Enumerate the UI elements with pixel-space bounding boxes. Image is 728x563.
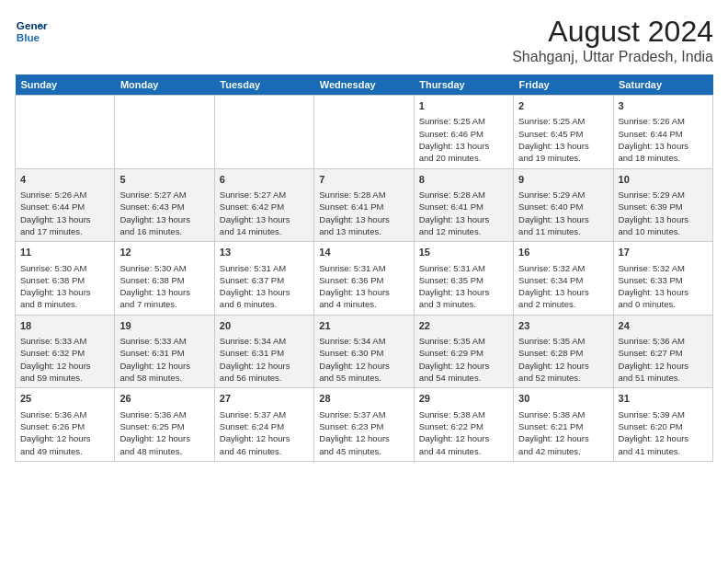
day-number: 29 <box>419 392 508 406</box>
weekday-header: Monday <box>115 75 214 96</box>
calendar-cell: 31Sunrise: 5:39 AM Sunset: 6:20 PM Dayli… <box>613 388 712 462</box>
calendar-cell: 10Sunrise: 5:29 AM Sunset: 6:39 PM Dayli… <box>613 168 712 242</box>
calendar-cell: 4Sunrise: 5:26 AM Sunset: 6:44 PM Daylig… <box>16 168 115 242</box>
page-header: General Blue August 2024 Shahganj, Uttar… <box>15 15 713 65</box>
day-number: 17 <box>619 246 708 259</box>
calendar-cell: 29Sunrise: 5:38 AM Sunset: 6:22 PM Dayli… <box>414 388 513 462</box>
day-info: Sunrise: 5:27 AM Sunset: 6:43 PM Dayligh… <box>119 189 209 237</box>
day-number: 30 <box>518 392 608 406</box>
day-info: Sunrise: 5:25 AM Sunset: 6:45 PM Dayligh… <box>518 115 608 164</box>
calendar-cell: 16Sunrise: 5:32 AM Sunset: 6:34 PM Dayli… <box>514 242 613 316</box>
day-info: Sunrise: 5:36 AM Sunset: 6:27 PM Dayligh… <box>619 335 708 384</box>
day-number: 19 <box>119 319 209 333</box>
logo-icon: General Blue <box>15 15 48 48</box>
day-number: 13 <box>220 246 309 259</box>
weekday-header-row: SundayMondayTuesdayWednesdayThursdayFrid… <box>16 75 713 96</box>
day-number: 4 <box>20 173 109 187</box>
calendar-week-row: 4Sunrise: 5:26 AM Sunset: 6:44 PM Daylig… <box>16 168 713 242</box>
calendar-week-row: 25Sunrise: 5:36 AM Sunset: 6:26 PM Dayli… <box>16 388 713 462</box>
day-number: 27 <box>220 392 309 406</box>
day-info: Sunrise: 5:31 AM Sunset: 6:37 PM Dayligh… <box>220 262 309 311</box>
calendar-cell: 12Sunrise: 5:30 AM Sunset: 6:38 PM Dayli… <box>115 242 214 316</box>
day-info: Sunrise: 5:33 AM Sunset: 6:31 PM Dayligh… <box>119 335 209 384</box>
day-info: Sunrise: 5:38 AM Sunset: 6:22 PM Dayligh… <box>419 408 508 457</box>
weekday-header: Saturday <box>613 75 712 96</box>
svg-text:Blue: Blue <box>17 31 40 43</box>
day-info: Sunrise: 5:25 AM Sunset: 6:46 PM Dayligh… <box>419 115 508 164</box>
day-info: Sunrise: 5:36 AM Sunset: 6:25 PM Dayligh… <box>119 408 209 457</box>
calendar-cell: 2Sunrise: 5:25 AM Sunset: 6:45 PM Daylig… <box>514 96 613 169</box>
calendar-week-row: 18Sunrise: 5:33 AM Sunset: 6:32 PM Dayli… <box>16 315 713 388</box>
calendar-cell: 11Sunrise: 5:30 AM Sunset: 6:38 PM Dayli… <box>16 242 115 316</box>
calendar-cell: 6Sunrise: 5:27 AM Sunset: 6:42 PM Daylig… <box>214 168 313 242</box>
day-number: 3 <box>619 99 708 113</box>
day-number: 21 <box>319 319 408 333</box>
day-number: 12 <box>119 246 209 259</box>
day-number: 14 <box>319 246 408 259</box>
day-info: Sunrise: 5:33 AM Sunset: 6:32 PM Dayligh… <box>20 335 109 384</box>
calendar-cell: 3Sunrise: 5:26 AM Sunset: 6:44 PM Daylig… <box>613 96 712 169</box>
calendar-cell: 27Sunrise: 5:37 AM Sunset: 6:24 PM Dayli… <box>214 388 313 462</box>
day-info: Sunrise: 5:31 AM Sunset: 6:35 PM Dayligh… <box>419 262 508 311</box>
day-info: Sunrise: 5:28 AM Sunset: 6:41 PM Dayligh… <box>319 189 408 237</box>
calendar-cell: 19Sunrise: 5:33 AM Sunset: 6:31 PM Dayli… <box>115 315 214 388</box>
day-number: 26 <box>119 392 209 406</box>
day-number: 20 <box>220 319 309 333</box>
day-info: Sunrise: 5:35 AM Sunset: 6:29 PM Dayligh… <box>419 335 508 384</box>
calendar-cell: 8Sunrise: 5:28 AM Sunset: 6:41 PM Daylig… <box>414 168 513 242</box>
calendar-cell: 13Sunrise: 5:31 AM Sunset: 6:37 PM Dayli… <box>214 242 313 316</box>
day-info: Sunrise: 5:27 AM Sunset: 6:42 PM Dayligh… <box>220 189 309 237</box>
calendar-cell: 28Sunrise: 5:37 AM Sunset: 6:23 PM Dayli… <box>314 388 414 462</box>
day-info: Sunrise: 5:35 AM Sunset: 6:28 PM Dayligh… <box>518 335 608 384</box>
day-info: Sunrise: 5:37 AM Sunset: 6:23 PM Dayligh… <box>319 408 408 457</box>
day-info: Sunrise: 5:34 AM Sunset: 6:31 PM Dayligh… <box>220 335 309 384</box>
calendar-cell: 5Sunrise: 5:27 AM Sunset: 6:43 PM Daylig… <box>115 168 214 242</box>
calendar-cell: 24Sunrise: 5:36 AM Sunset: 6:27 PM Dayli… <box>613 315 712 388</box>
day-info: Sunrise: 5:37 AM Sunset: 6:24 PM Dayligh… <box>220 408 309 457</box>
day-info: Sunrise: 5:30 AM Sunset: 6:38 PM Dayligh… <box>20 262 109 311</box>
day-info: Sunrise: 5:39 AM Sunset: 6:20 PM Dayligh… <box>619 408 708 457</box>
day-info: Sunrise: 5:31 AM Sunset: 6:36 PM Dayligh… <box>319 262 408 311</box>
weekday-header: Sunday <box>16 75 115 96</box>
page-subtitle: Shahganj, Uttar Pradesh, India <box>512 49 713 65</box>
day-number: 25 <box>20 392 109 406</box>
calendar-cell: 23Sunrise: 5:35 AM Sunset: 6:28 PM Dayli… <box>514 315 613 388</box>
day-number: 10 <box>619 173 708 187</box>
day-number: 9 <box>518 173 608 187</box>
calendar-cell <box>314 96 414 169</box>
day-info: Sunrise: 5:32 AM Sunset: 6:33 PM Dayligh… <box>619 262 708 311</box>
day-number: 24 <box>619 319 708 333</box>
calendar-cell: 26Sunrise: 5:36 AM Sunset: 6:25 PM Dayli… <box>115 388 214 462</box>
day-number: 23 <box>518 319 608 333</box>
day-info: Sunrise: 5:36 AM Sunset: 6:26 PM Dayligh… <box>20 408 109 457</box>
day-info: Sunrise: 5:30 AM Sunset: 6:38 PM Dayligh… <box>119 262 209 311</box>
calendar-cell: 17Sunrise: 5:32 AM Sunset: 6:33 PM Dayli… <box>613 242 712 316</box>
calendar-cell: 14Sunrise: 5:31 AM Sunset: 6:36 PM Dayli… <box>314 242 414 316</box>
day-number: 15 <box>419 246 508 259</box>
calendar-week-row: 1Sunrise: 5:25 AM Sunset: 6:46 PM Daylig… <box>16 96 713 169</box>
day-number: 5 <box>119 173 209 187</box>
calendar-cell: 21Sunrise: 5:34 AM Sunset: 6:30 PM Dayli… <box>314 315 414 388</box>
title-area: August 2024 Shahganj, Uttar Pradesh, Ind… <box>512 15 713 65</box>
calendar-cell <box>115 96 214 169</box>
day-number: 28 <box>319 392 408 406</box>
day-info: Sunrise: 5:26 AM Sunset: 6:44 PM Dayligh… <box>619 115 708 164</box>
day-info: Sunrise: 5:29 AM Sunset: 6:40 PM Dayligh… <box>518 189 608 237</box>
day-number: 8 <box>419 173 508 187</box>
day-number: 2 <box>518 99 608 113</box>
svg-text:General: General <box>17 19 48 31</box>
day-info: Sunrise: 5:28 AM Sunset: 6:41 PM Dayligh… <box>419 189 508 237</box>
calendar-cell <box>16 96 115 169</box>
calendar-cell: 25Sunrise: 5:36 AM Sunset: 6:26 PM Dayli… <box>16 388 115 462</box>
page-title: August 2024 <box>512 15 713 49</box>
day-info: Sunrise: 5:34 AM Sunset: 6:30 PM Dayligh… <box>319 335 408 384</box>
day-info: Sunrise: 5:26 AM Sunset: 6:44 PM Dayligh… <box>20 189 109 237</box>
day-info: Sunrise: 5:29 AM Sunset: 6:39 PM Dayligh… <box>619 189 708 237</box>
calendar-cell <box>214 96 313 169</box>
day-number: 7 <box>319 173 408 187</box>
calendar-table: SundayMondayTuesdayWednesdayThursdayFrid… <box>15 75 713 462</box>
logo: General Blue <box>15 15 48 48</box>
calendar-cell: 20Sunrise: 5:34 AM Sunset: 6:31 PM Dayli… <box>214 315 313 388</box>
calendar-cell: 7Sunrise: 5:28 AM Sunset: 6:41 PM Daylig… <box>314 168 414 242</box>
weekday-header: Friday <box>514 75 613 96</box>
